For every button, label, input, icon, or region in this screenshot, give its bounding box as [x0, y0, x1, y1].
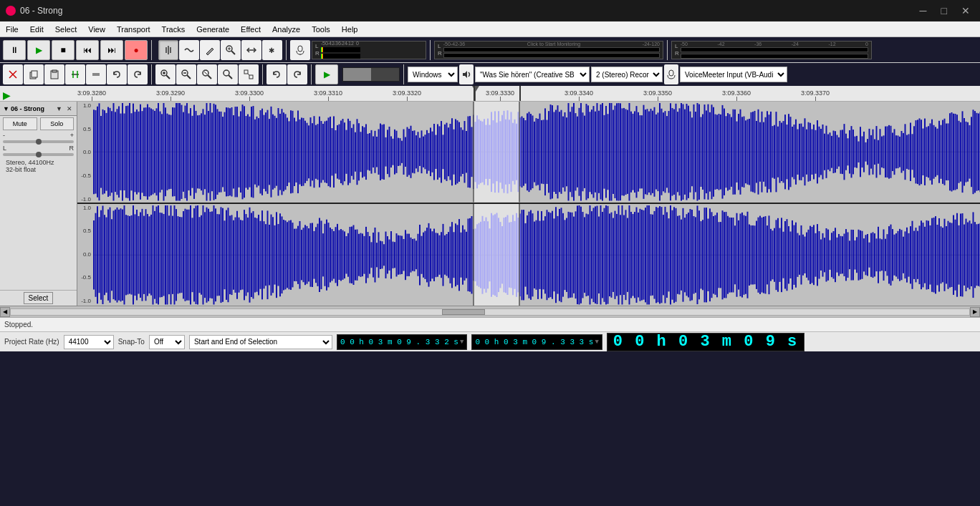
scroll-right-button[interactable]: ▶ — [970, 307, 980, 317]
skip-forward-button[interactable]: ⏭ — [100, 40, 123, 60]
menu-item-view[interactable]: View — [82, 21, 111, 37]
close-button[interactable]: ✕ — [957, 4, 974, 18]
waveform-top — [77, 102, 980, 204]
draw-tool-button[interactable] — [200, 40, 220, 60]
selection-mode-select[interactable]: Start and End of Selection — [189, 335, 332, 349]
svg-rect-622 — [239, 217, 240, 292]
zoom-out-button[interactable] — [176, 64, 196, 84]
svg-rect-91 — [185, 106, 186, 198]
menu-item-edit[interactable]: Edit — [24, 21, 49, 37]
svg-rect-814 — [582, 212, 584, 298]
menu-item-analyze[interactable]: Analyze — [266, 21, 306, 37]
menu-item-effect[interactable]: Effect — [235, 21, 266, 37]
undo-button[interactable] — [107, 64, 127, 84]
menu-item-tools[interactable]: Tools — [306, 21, 336, 37]
svg-rect-601 — [201, 215, 202, 294]
pan-slider-thumb[interactable] — [36, 152, 42, 157]
svg-rect-971 — [863, 238, 865, 271]
zoom-fit-selection-button[interactable] — [197, 64, 217, 84]
svg-rect-504 — [924, 119, 926, 185]
track-menu-button[interactable]: ▼ — [54, 105, 64, 112]
scroll-thumb[interactable] — [442, 309, 485, 315]
undo-btn2[interactable] — [266, 64, 287, 84]
start-time-display[interactable]: 0 0 h 0 3 m 0 9 . 3 3 2 s ▼ — [337, 334, 467, 350]
svg-rect-134 — [261, 109, 263, 195]
gain-slider-thumb[interactable] — [36, 139, 42, 145]
zoom-tool-button[interactable] — [221, 40, 241, 60]
menu-item-file[interactable]: File — [0, 21, 24, 37]
zoom-toggle-button[interactable] — [239, 64, 259, 84]
input-device-select[interactable]: "Was Sie hören" (Creative SB — [475, 67, 590, 82]
paste-button[interactable] — [44, 64, 64, 84]
menu-item-generate[interactable]: Generate — [191, 21, 235, 37]
svg-rect-511 — [937, 129, 938, 175]
svg-rect-655 — [297, 225, 299, 283]
multitool-button[interactable]: ✱ — [262, 40, 282, 60]
svg-rect-937 — [802, 234, 804, 275]
input-meter[interactable]: LR -50 -42 -36 -24 -12 0 — [312, 41, 426, 59]
play-btn2[interactable]: ▶ — [315, 64, 338, 84]
svg-rect-467 — [858, 142, 860, 162]
menu-item-select[interactable]: Select — [49, 21, 83, 37]
current-time-display[interactable]: 0 0 h 0 3 m 0 9 s — [607, 333, 804, 351]
svg-rect-473 — [869, 129, 870, 175]
track-close-button[interactable]: ✕ — [65, 105, 74, 112]
svg-rect-541 — [93, 220, 95, 289]
project-rate-select[interactable]: 44100 — [64, 335, 114, 349]
svg-rect-114 — [226, 107, 227, 196]
pause-button[interactable]: ⏸ — [3, 40, 26, 60]
zoom-in-button[interactable] — [155, 64, 176, 84]
end-time-display[interactable]: 0 0 h 0 3 m 0 9 . 3 3 3 s ▼ — [471, 334, 602, 350]
timeshift-tool-button[interactable] — [241, 40, 261, 60]
silence-button[interactable] — [86, 64, 106, 84]
menu-item-tracks[interactable]: Tracks — [156, 21, 191, 37]
trim-button[interactable] — [65, 64, 85, 84]
svg-rect-137 — [267, 110, 269, 194]
svg-rect-184 — [351, 128, 352, 176]
copy-button[interactable] — [24, 64, 44, 84]
track-select-button[interactable]: Select — [24, 292, 54, 304]
record-button[interactable]: ● — [125, 40, 148, 60]
waveform-area[interactable]: 1.0 0.5 0.0 -0.5 -1.0 1.0 0.5 0.0 -0.5 -… — [77, 102, 980, 306]
cut-button[interactable] — [3, 64, 23, 84]
maximize-button[interactable]: □ — [937, 4, 951, 18]
redo-btn2[interactable] — [287, 64, 307, 84]
svg-rect-533 — [976, 113, 978, 191]
solo-button[interactable]: Solo — [40, 117, 75, 130]
svg-rect-532 — [974, 111, 976, 193]
select-tool-button[interactable] — [158, 40, 178, 60]
output-device-select[interactable]: Windows D — [408, 67, 458, 82]
menu-item-transport[interactable]: Transport — [111, 21, 156, 37]
svg-rect-372 — [688, 106, 689, 198]
edit-toolbar: ✱ — [158, 40, 282, 60]
playback-meter2[interactable]: LR -50 -42 -36 -24 -12 0 — [671, 41, 872, 59]
svg-rect-138 — [269, 119, 270, 185]
menu-item-help[interactable]: Help — [336, 21, 364, 37]
envelope-tool-button[interactable] — [179, 40, 199, 60]
svg-rect-398 — [734, 110, 736, 195]
scroll-track[interactable] — [10, 308, 970, 316]
input-source-select[interactable]: VoiceMeeter Input (VB-Audi — [680, 67, 787, 82]
stop-button[interactable]: ■ — [52, 40, 75, 60]
svg-rect-900 — [736, 213, 738, 296]
snap-to-select[interactable]: Off — [149, 335, 185, 349]
track-name: 06 - Strong — [9, 105, 54, 112]
play-button[interactable]: ▶ — [27, 40, 50, 60]
playback-meter[interactable]: LR -50 -42 -36 Click to Start Monitoring… — [434, 41, 663, 59]
skip-back-button[interactable]: ⏮ — [76, 40, 99, 60]
gain-slider[interactable] — [3, 140, 74, 143]
minimize-button[interactable]: ─ — [916, 4, 931, 18]
svg-rect-787 — [534, 221, 535, 288]
scroll-left-button[interactable]: ◀ — [0, 307, 10, 317]
svg-rect-718 — [410, 237, 412, 272]
mute-button[interactable]: Mute — [3, 117, 37, 130]
mic-button[interactable] — [290, 40, 310, 60]
redo-button[interactable] — [128, 64, 148, 84]
svg-rect-415 — [765, 117, 767, 187]
svg-line-31 — [204, 72, 207, 74]
svg-rect-104 — [208, 111, 209, 193]
track-collapse-button[interactable]: ▼ — [3, 105, 9, 112]
channels-select[interactable]: 2 (Stereo) Record — [591, 67, 663, 82]
zoom-fit-project-button[interactable] — [218, 64, 238, 84]
pan-slider[interactable] — [3, 153, 74, 156]
